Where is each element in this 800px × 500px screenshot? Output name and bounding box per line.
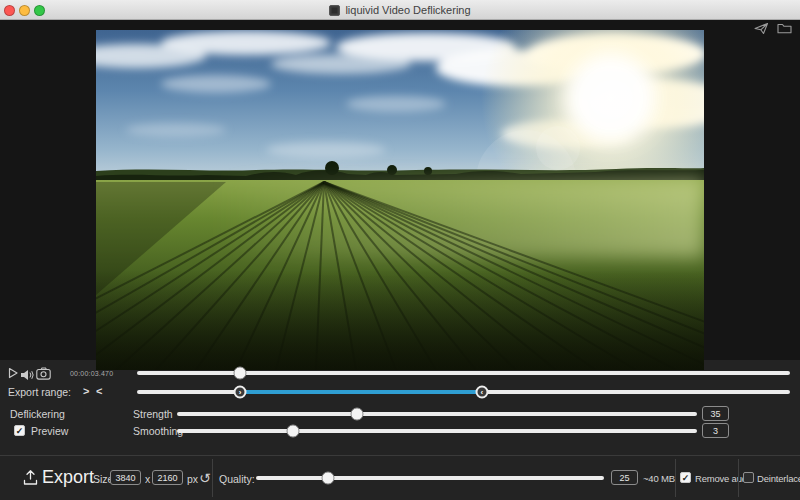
divider [738, 459, 739, 497]
strength-thumb[interactable] [350, 408, 363, 421]
export-bar: Export Size: x px ↺ Quality: ~40 MB ✓ Re… [0, 455, 800, 500]
remove-audio-checkbox[interactable]: ✓ [680, 472, 691, 483]
preview-checkbox[interactable]: ✓ [14, 425, 25, 436]
open-folder-icon[interactable] [777, 22, 792, 35]
volume-icon[interactable] [20, 367, 35, 385]
timeline-thumb[interactable] [234, 367, 247, 380]
set-in-point-button[interactable]: > [83, 385, 89, 398]
filesize-estimate: ~40 MB [643, 473, 675, 484]
deflickering-section-label: Deflickering [10, 408, 65, 420]
divider [675, 459, 676, 497]
smoothing-slider[interactable] [177, 424, 697, 438]
play-button[interactable] [6, 366, 20, 384]
deinterlace-checkbox[interactable] [743, 472, 754, 483]
app-window: liquivid Video Deflickering [0, 0, 800, 500]
height-input[interactable] [152, 470, 183, 485]
snapshot-icon[interactable] [36, 366, 51, 384]
timecode: 00:00:03.470 [70, 370, 113, 377]
quality-label: Quality: [219, 473, 255, 485]
export-button[interactable]: Export [42, 467, 94, 488]
window-title: liquivid Video Deflickering [345, 4, 470, 16]
divider [212, 459, 213, 497]
export-range-slider[interactable]: › ‹ [137, 385, 790, 399]
toolbar [754, 22, 792, 35]
export-range-selection [240, 390, 482, 394]
video-preview [96, 30, 704, 370]
export-range-label: Export range: [8, 386, 71, 398]
smoothing-track[interactable] [177, 429, 697, 433]
quality-track[interactable] [256, 476, 604, 480]
strength-label: Strength [133, 408, 173, 420]
set-out-point-button[interactable]: < [96, 385, 102, 398]
video-frame-image [96, 30, 704, 370]
strength-slider[interactable] [177, 407, 697, 421]
quality-thumb[interactable] [322, 472, 335, 485]
reset-size-icon[interactable]: ↺ [199, 471, 211, 485]
smoothing-thumb[interactable] [286, 425, 299, 438]
share-icon[interactable] [754, 22, 769, 35]
preview-label: Preview [31, 425, 68, 437]
strength-track[interactable] [177, 412, 697, 416]
app-icon [329, 5, 340, 16]
content-area: 00:00:03.470 Export range: > < › ‹ Defli… [0, 20, 800, 500]
deinterlace-label: Deinterlace [757, 473, 800, 484]
range-out-thumb[interactable]: ‹ [475, 386, 488, 399]
px-label: px [187, 473, 198, 485]
quality-slider[interactable] [256, 471, 604, 485]
export-icon[interactable] [22, 469, 39, 490]
timeline-slider[interactable] [137, 366, 790, 380]
quality-value-input[interactable] [611, 470, 638, 485]
titlebar[interactable]: liquivid Video Deflickering [0, 0, 800, 20]
smoothing-label: Smoothing [133, 425, 183, 437]
size-x-label: x [145, 473, 150, 485]
width-input[interactable] [110, 470, 141, 485]
titlebar-center: liquivid Video Deflickering [0, 0, 800, 20]
strength-value-input[interactable] [702, 406, 729, 421]
range-in-thumb[interactable]: › [234, 386, 247, 399]
smoothing-value-input[interactable] [702, 423, 729, 438]
